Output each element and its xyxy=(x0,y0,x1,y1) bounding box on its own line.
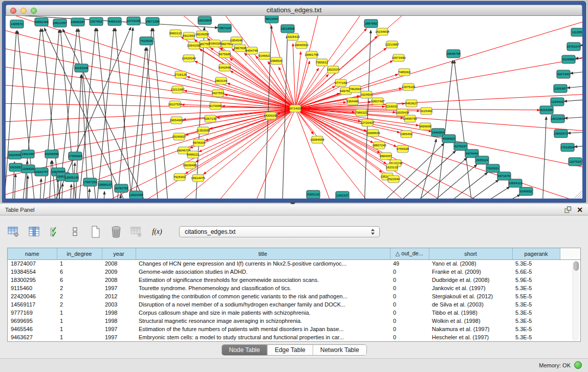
select-columns-icon[interactable] xyxy=(48,225,61,238)
network-node[interactable]: 2522544 xyxy=(387,176,400,183)
network-node[interactable]: 19654983 xyxy=(169,117,184,124)
network-node[interactable]: 6216033 xyxy=(385,103,398,110)
network-node[interactable]: 1915051 xyxy=(9,163,23,171)
network-edge[interactable] xyxy=(6,31,16,199)
network-node[interactable]: 12213387 xyxy=(170,86,185,93)
network-node[interactable]: 12923448 xyxy=(129,191,143,199)
network-node[interactable]: 9675685 xyxy=(219,51,231,58)
network-node[interactable]: 7462664 xyxy=(349,85,362,93)
tab-edge-table[interactable]: Edge Table xyxy=(267,345,313,355)
delete-icon[interactable] xyxy=(110,225,123,238)
network-node[interactable]: 1405572 xyxy=(10,20,24,28)
network-edge[interactable] xyxy=(564,99,582,101)
tab-network-table[interactable]: Network Table xyxy=(313,345,366,355)
network-node[interactable]: 2718126 xyxy=(175,71,187,78)
table-cell[interactable]: Hescheler et al. (1997) xyxy=(429,333,512,341)
network-node[interactable]: 8427552 xyxy=(212,90,225,97)
table-cell[interactable]: 0 xyxy=(390,309,429,317)
network-node[interactable]: 10495759 xyxy=(403,115,417,122)
table-row[interactable]: 946362711997Embryonic stem cells: a mode… xyxy=(8,333,581,341)
network-node[interactable]: 9756928 xyxy=(397,145,409,152)
network-node[interactable]: 20153346 xyxy=(74,64,89,72)
network-node[interactable]: 9777169 xyxy=(335,79,347,86)
network-edge[interactable] xyxy=(14,174,16,199)
network-node[interactable]: 2803144 xyxy=(215,77,228,84)
network-node[interactable]: 18107554 xyxy=(168,101,182,108)
table-cell[interactable]: 1998 xyxy=(102,309,136,317)
new-column-icon[interactable] xyxy=(89,225,102,238)
table-cell[interactable]: Stergiakouli et al. (2012) xyxy=(429,292,512,300)
network-node[interactable]: 22420046 xyxy=(182,55,196,62)
network-view-window[interactable]: citations_edges.txt 14055722089140620612… xyxy=(2,1,586,203)
network-node[interactable]: 1527602 xyxy=(90,17,103,26)
network-node[interactable]: 20206556 xyxy=(45,150,59,158)
network-canvas[interactable]: 1405572208914062061235710655287152760264… xyxy=(6,16,582,199)
network-node[interactable]: 16914479 xyxy=(191,174,205,182)
network-node[interactable]: 6466163 xyxy=(108,17,121,26)
column-header-out_de[interactable]: △ out_de... xyxy=(390,248,429,259)
function-builder-icon[interactable]: f(x) xyxy=(150,225,164,238)
network-node[interactable]: 9227343 xyxy=(557,70,570,78)
network-node[interactable]: 9684067 xyxy=(380,152,393,160)
network-edge[interactable] xyxy=(295,108,341,199)
network-edge[interactable] xyxy=(411,164,477,199)
table-cell[interactable]: 0 xyxy=(390,292,429,300)
network-edge[interactable] xyxy=(457,187,510,199)
close-window-icon[interactable] xyxy=(10,8,16,14)
table-cell[interactable]: Disruption of a novel member of a sodium… xyxy=(136,300,390,309)
network-window-titlebar[interactable]: citations_edges.txt xyxy=(6,5,582,16)
network-edge[interactable] xyxy=(568,132,582,133)
table-cell[interactable]: 5.3E-5 xyxy=(512,325,560,333)
network-node[interactable]: 2935114 xyxy=(475,156,489,164)
network-node[interactable]: 6379197 xyxy=(454,142,467,150)
table-cell[interactable]: Investigating the contribution of common… xyxy=(136,292,390,300)
table-scrollbar[interactable] xyxy=(573,260,579,341)
network-edge[interactable] xyxy=(63,29,154,199)
column-header-pagerank[interactable]: pagerank xyxy=(512,248,560,259)
network-node[interactable]: 1156829 xyxy=(21,165,35,173)
table-cell[interactable]: 6 xyxy=(57,276,102,284)
table-cell[interactable]: 0 xyxy=(390,317,429,325)
table-selector-dropdown[interactable]: citations_edges.txt xyxy=(179,226,380,237)
table-cell[interactable]: Changes of HCN gene expression and I(f) … xyxy=(136,259,390,268)
network-node[interactable]: 16039489 xyxy=(183,162,197,169)
table-cell[interactable]: Tibbo et al. (1998) xyxy=(429,309,512,317)
network-node[interactable]: 8938923 xyxy=(442,135,455,143)
network-node[interactable]: 1822037 xyxy=(327,66,340,73)
table-cell[interactable]: Estimation of significance thresholds fo… xyxy=(136,276,390,284)
table-row[interactable]: 977716911998Corpus callosum shape and si… xyxy=(8,309,581,317)
table-cell[interactable]: 5.3E-5 xyxy=(512,317,560,325)
table-cell[interactable]: 0 xyxy=(390,276,429,284)
table-cell[interactable]: 1 xyxy=(57,317,102,325)
network-node[interactable]: 9498222 xyxy=(187,151,200,158)
table-row[interactable]: 969969511998Structural magnetic resonanc… xyxy=(8,317,581,325)
table-cell[interactable]: Yano et al. (2008) xyxy=(429,259,512,268)
network-node[interactable]: 10973493 xyxy=(391,54,406,61)
table-cell[interactable]: Corpus callosum shape and size in male p… xyxy=(136,309,390,317)
network-node[interactable]: 16782759 xyxy=(114,184,128,192)
column-header-name[interactable]: name xyxy=(8,248,57,259)
network-node[interactable]: 1112953 xyxy=(571,28,582,36)
network-edge[interactable] xyxy=(567,85,582,88)
network-edge[interactable] xyxy=(295,16,420,108)
table-cell[interactable]: Tourette syndrome. Phenomenology and cla… xyxy=(136,284,390,292)
network-node[interactable]: 12505135 xyxy=(64,173,79,182)
network-node[interactable]: 7955812 xyxy=(316,59,329,66)
table-cell[interactable]: 5.3E-5 xyxy=(512,300,560,309)
network-node[interactable]: 8186328 xyxy=(209,40,222,47)
network-edge[interactable] xyxy=(187,77,295,108)
network-node[interactable]: 17957253 xyxy=(83,178,97,186)
network-node[interactable]: 19166827 xyxy=(172,133,186,140)
network-node[interactable]: 18226058 xyxy=(195,31,209,38)
table-cell[interactable]: 0 xyxy=(390,284,429,292)
network-edge[interactable] xyxy=(244,108,295,199)
network-node[interactable]: 7625402 xyxy=(173,173,186,181)
table-cell[interactable]: 2 xyxy=(57,284,102,292)
network-edge[interactable] xyxy=(570,70,582,74)
network-node[interactable]: 7515526 xyxy=(140,37,153,45)
network-edge[interactable] xyxy=(396,158,467,199)
network-node[interactable]: 9463627 xyxy=(405,100,418,107)
network-node[interactable]: 1854546 xyxy=(230,37,243,44)
table-cell[interactable]: 1998 xyxy=(102,317,136,325)
network-node[interactable]: 9129966 xyxy=(562,55,575,63)
